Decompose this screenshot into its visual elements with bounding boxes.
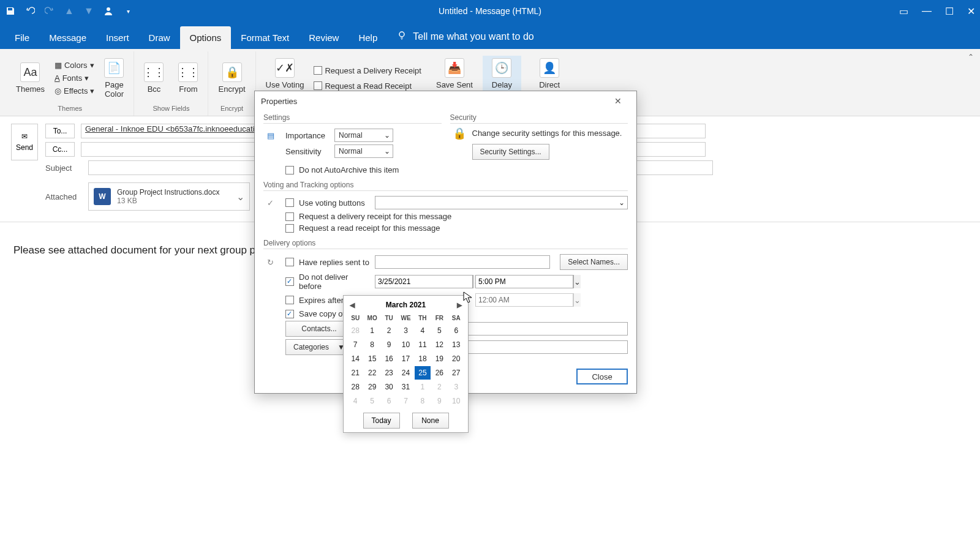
cc-button[interactable]: Cc... bbox=[45, 142, 75, 157]
calendar-day[interactable]: 14 bbox=[347, 352, 363, 365]
chevron-down-icon[interactable]: ⌄ bbox=[573, 275, 581, 288]
calendar-day[interactable]: 5 bbox=[431, 324, 447, 337]
req-delivery-checkbox[interactable] bbox=[285, 212, 294, 221]
select-names-button[interactable]: Select Names... bbox=[560, 254, 628, 270]
calendar-day[interactable]: 24 bbox=[398, 366, 413, 380]
importance-combo[interactable]: Normal⌄ bbox=[334, 129, 393, 142]
calendar-day[interactable]: 16 bbox=[381, 352, 397, 365]
themes-button[interactable]: Aa Themes bbox=[11, 60, 50, 96]
maximize-icon[interactable]: ☐ bbox=[945, 6, 954, 17]
close-window-icon[interactable]: ✕ bbox=[967, 6, 975, 17]
save-copy-checkbox[interactable] bbox=[285, 310, 294, 318]
today-button[interactable]: Today bbox=[363, 413, 400, 429]
autoarchive-checkbox[interactable] bbox=[285, 166, 294, 174]
encrypt-button[interactable]: 🔒Encrypt bbox=[213, 60, 250, 96]
colors-button[interactable]: ▦Colors ▾ bbox=[55, 60, 95, 70]
request-read-receipt-ribbon[interactable]: Request a Read Receipt bbox=[314, 81, 421, 91]
calendar-day[interactable]: 7 bbox=[398, 394, 413, 408]
calendar-day[interactable]: 31 bbox=[398, 380, 413, 394]
have-replies-checkbox[interactable] bbox=[285, 258, 294, 266]
calendar-day[interactable]: 23 bbox=[381, 366, 397, 380]
calendar-day[interactable]: 22 bbox=[364, 366, 380, 380]
calendar-day[interactable]: 18 bbox=[415, 352, 431, 365]
calendar-day[interactable]: 3 bbox=[398, 324, 413, 337]
collapse-ribbon-icon[interactable]: ⌃ bbox=[968, 53, 974, 61]
tab-insert[interactable]: Insert bbox=[96, 26, 139, 49]
request-delivery-receipt-ribbon[interactable]: Request a Delivery Receipt bbox=[314, 66, 421, 76]
from-button[interactable]: ⋮⋮From bbox=[173, 60, 203, 96]
tab-help[interactable]: Help bbox=[349, 26, 387, 49]
tab-format-text[interactable]: Format Text bbox=[231, 26, 299, 49]
minimize-icon[interactable]: — bbox=[922, 6, 932, 17]
calendar-day[interactable]: 3 bbox=[448, 380, 464, 394]
calendar-day[interactable]: 2 bbox=[381, 324, 397, 337]
voting-combo[interactable]: ⌄ bbox=[375, 196, 628, 209]
deliver-date-combo[interactable]: ⌄ bbox=[375, 275, 464, 288]
calendar-day[interactable]: 6 bbox=[381, 394, 397, 408]
chevron-down-icon[interactable]: ⌄ bbox=[573, 293, 581, 307]
expires-after-checkbox[interactable] bbox=[285, 296, 294, 304]
calendar-day[interactable]: 5 bbox=[364, 394, 380, 408]
req-read-checkbox[interactable] bbox=[285, 224, 294, 233]
to-button[interactable]: To... bbox=[45, 124, 75, 138]
tab-message[interactable]: Message bbox=[39, 26, 96, 49]
calendar-day[interactable]: 4 bbox=[347, 394, 363, 408]
have-replies-input[interactable] bbox=[375, 255, 550, 269]
calendar-day[interactable]: 19 bbox=[431, 352, 447, 365]
calendar-day[interactable]: 27 bbox=[448, 366, 464, 380]
tab-file[interactable]: File bbox=[5, 26, 39, 49]
ribbon-display-icon[interactable]: ▭ bbox=[899, 6, 908, 17]
expires-time-combo[interactable]: ⌄ bbox=[475, 293, 565, 307]
arrow-up-icon[interactable]: ▲ bbox=[64, 6, 75, 17]
close-button[interactable]: Close bbox=[576, 369, 628, 384]
calendar-day[interactable]: 10 bbox=[398, 338, 413, 351]
calendar-day[interactable]: 12 bbox=[431, 338, 447, 351]
chevron-down-icon[interactable]: ⌄ bbox=[236, 191, 244, 203]
calendar-day[interactable]: 2 bbox=[431, 380, 447, 394]
tab-draw[interactable]: Draw bbox=[139, 26, 180, 49]
effects-button[interactable]: ◎Effects ▾ bbox=[55, 86, 95, 96]
fonts-button[interactable]: AFonts ▾ bbox=[55, 73, 95, 83]
tab-options[interactable]: Options bbox=[180, 26, 232, 49]
calendar-day[interactable]: 28 bbox=[347, 324, 363, 337]
dialog-close-icon[interactable]: ✕ bbox=[606, 96, 630, 106]
prev-month-icon[interactable]: ◀ bbox=[350, 301, 355, 309]
calendar-day[interactable]: 9 bbox=[431, 394, 447, 408]
calendar-day[interactable]: 8 bbox=[415, 394, 431, 408]
deliver-time-combo[interactable]: ⌄ bbox=[475, 275, 565, 288]
calendar-day[interactable]: 4 bbox=[415, 324, 431, 337]
calendar-day[interactable]: 7 bbox=[347, 338, 363, 351]
calendar-day[interactable]: 13 bbox=[448, 338, 464, 351]
calendar-day[interactable]: 26 bbox=[431, 366, 447, 380]
calendar-day[interactable]: 9 bbox=[381, 338, 397, 351]
calendar-day[interactable]: 28 bbox=[347, 380, 363, 394]
calendar-day[interactable]: 8 bbox=[364, 338, 380, 351]
none-button[interactable]: None bbox=[412, 413, 449, 429]
redo-icon[interactable] bbox=[44, 6, 55, 17]
next-month-icon[interactable]: ▶ bbox=[457, 301, 462, 309]
bcc-button[interactable]: ⋮⋮Bcc bbox=[139, 60, 168, 96]
tell-me-search[interactable]: Tell me what you want to do bbox=[387, 24, 543, 49]
qat-customize-icon[interactable]: ▾ bbox=[123, 6, 134, 17]
calendar-day[interactable]: 10 bbox=[448, 394, 464, 408]
tab-review[interactable]: Review bbox=[299, 26, 349, 49]
arrow-down-icon[interactable]: ▼ bbox=[83, 6, 94, 17]
sensitivity-combo[interactable]: Normal⌄ bbox=[334, 144, 393, 158]
person-icon[interactable] bbox=[103, 6, 114, 17]
calendar-day[interactable]: 21 bbox=[347, 366, 363, 380]
calendar-day[interactable]: 1 bbox=[364, 324, 380, 337]
calendar-day[interactable]: 29 bbox=[364, 380, 380, 394]
calendar-day[interactable]: 11 bbox=[415, 338, 431, 351]
attachment-chip[interactable]: W Group Project Instructions.docx 13 KB … bbox=[88, 182, 250, 211]
calendar-day[interactable]: 15 bbox=[364, 352, 380, 365]
calendar-day[interactable]: 30 bbox=[381, 380, 397, 394]
send-button[interactable]: ✉ Send bbox=[11, 124, 38, 160]
calendar-day[interactable]: 6 bbox=[448, 324, 464, 337]
security-settings-button[interactable]: Security Settings... bbox=[472, 144, 549, 160]
calendar-day[interactable]: 20 bbox=[448, 352, 464, 365]
calendar-day[interactable]: 25 bbox=[415, 366, 431, 380]
save-icon[interactable] bbox=[5, 6, 16, 17]
undo-icon[interactable] bbox=[24, 6, 36, 17]
use-voting-checkbox[interactable] bbox=[285, 198, 294, 207]
page-color-button[interactable]: 📄 Page Color bbox=[99, 56, 129, 101]
